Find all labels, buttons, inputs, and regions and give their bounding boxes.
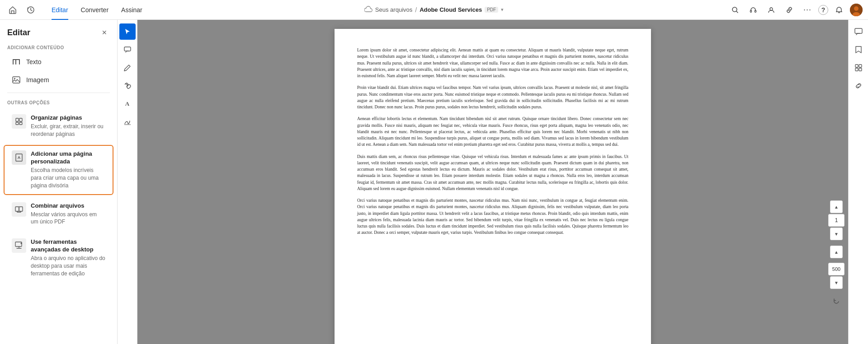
pdf-content: Lorem ipsum dolor sit amet, consectetur … — [357, 47, 628, 236]
nav-menu-converter[interactable]: Converter — [75, 0, 115, 20]
right-sidebar — [848, 20, 868, 344]
edit-tool-button[interactable] — [119, 60, 136, 76]
close-panel-button[interactable]: ✕ — [99, 27, 110, 38]
panel-divider — [7, 93, 110, 93]
page-down-button[interactable]: ▼ — [830, 228, 843, 240]
option-organize-title: Organizar páginas — [31, 114, 105, 122]
bookmarks-panel-button[interactable] — [850, 42, 867, 58]
option-organize-desc: Excluir, girar, extrair, inserir ou reor… — [31, 123, 105, 138]
svg-text:A: A — [18, 155, 21, 160]
option-add-custom-page[interactable]: A Adicionar uma página personalizada Esc… — [4, 145, 113, 195]
text-add-icon — [11, 56, 22, 67]
option-custom-page-desc: Escolha modelos incríveis para criar uma… — [31, 167, 105, 189]
dropdown-icon[interactable]: ▾ — [501, 7, 504, 13]
user-icon[interactable] — [764, 3, 778, 17]
option-combine-files[interactable]: Combinar arquivos Mesclar vários arquivo… — [4, 197, 113, 231]
option-combine-desc: Mesclar vários arquivos em um único PDF — [31, 211, 105, 226]
option-desktop-desc: Abra o arquivo no aplicativo do desktop … — [31, 255, 105, 277]
svg-rect-3 — [755, 10, 756, 12]
other-options-section-label: OUTRAS OPÇÕES — [0, 97, 117, 108]
zoom-up-button[interactable]: ▲ — [830, 246, 843, 258]
link-tool-button[interactable] — [119, 78, 136, 94]
panel-title: Editar — [7, 28, 30, 37]
option-custom-page-title: Adicionar uma página personalizada — [31, 150, 105, 166]
page-up-button[interactable]: ▲ — [830, 200, 843, 213]
add-text-item[interactable]: Texto — [4, 53, 113, 71]
svg-rect-27 — [855, 68, 858, 71]
pdf-paragraph-4: Duis mattis diam sem, ac rhoncus risus p… — [357, 153, 628, 192]
top-navbar: Editar Converter Assinar Seus arquivos /… — [0, 0, 868, 20]
add-image-label: Imagem — [26, 76, 49, 84]
breadcrumb-root[interactable]: Seus arquivos — [375, 6, 412, 13]
option-combine-title: Combinar arquivos — [31, 202, 105, 210]
avatar[interactable] — [850, 4, 863, 16]
select-tool-button[interactable] — [119, 23, 136, 40]
svg-rect-17 — [19, 122, 22, 125]
add-content-section-label: ADICIONAR CONTEÚDO — [0, 42, 117, 53]
svg-rect-20 — [15, 207, 19, 211]
zoom-value-display: 500 — [828, 263, 844, 275]
svg-rect-12 — [13, 77, 20, 83]
nav-menu-assinar[interactable]: Assinar — [115, 0, 149, 20]
left-panel: Editar ✕ ADICIONAR CONTEÚDO Texto — [0, 20, 118, 344]
link-icon[interactable] — [782, 3, 797, 17]
more-icon[interactable]: ··· — [800, 3, 815, 17]
svg-rect-28 — [859, 68, 862, 71]
svg-rect-10 — [13, 59, 14, 65]
signature-tool-button[interactable] — [119, 114, 136, 130]
pdf-badge: PDF — [485, 7, 498, 13]
pdf-page: Lorem ipsum dolor sit amet, consectetur … — [335, 29, 651, 344]
breadcrumb-separator: / — [415, 6, 417, 14]
pdf-paragraph-3: Aenean efficitur lobortis lectus et elem… — [357, 116, 628, 148]
file-title: Adobe Cloud Services — [420, 6, 482, 13]
svg-rect-16 — [16, 122, 19, 125]
add-text-label: Texto — [26, 58, 41, 65]
option-organize-text: Organizar páginas Excluir, girar, extrai… — [31, 114, 105, 138]
option-combine-text: Combinar arquivos Mesclar vários arquivo… — [31, 202, 105, 226]
comments-panel-button[interactable] — [850, 23, 867, 40]
refresh-button[interactable] — [830, 295, 843, 308]
page-number-display: 1 — [828, 214, 844, 227]
add-custom-page-icon: A — [12, 150, 26, 165]
nav-right-icons: ··· ? — [728, 3, 863, 17]
option-desktop-tools[interactable]: Use ferramentas avançadas de desktop Abr… — [4, 233, 113, 283]
page-controls: ▲ 1 ▼ ▲ 500 ▼ — [828, 200, 844, 308]
svg-rect-11 — [19, 59, 20, 65]
nav-menu-editar[interactable]: Editar — [45, 0, 75, 20]
pdf-paragraph-2: Proin vitae blandit dui. Etiam ultrices … — [357, 84, 628, 110]
home-icon[interactable] — [5, 3, 20, 17]
history-icon[interactable] — [24, 3, 38, 17]
pages-panel-button[interactable] — [850, 60, 867, 76]
toolbar-strip: A — [118, 20, 137, 344]
svg-rect-25 — [855, 65, 858, 67]
comment-tool-button[interactable] — [119, 42, 136, 58]
organize-pages-icon — [12, 114, 26, 129]
svg-rect-26 — [859, 65, 862, 67]
svg-rect-2 — [750, 10, 752, 12]
svg-rect-9 — [15, 59, 16, 65]
links-panel-button[interactable] — [850, 78, 867, 94]
svg-point-6 — [854, 6, 859, 11]
add-image-item[interactable]: Imagem — [4, 71, 113, 89]
pdf-paragraph-5: Orci varius natoque penatibus et magnis … — [357, 197, 628, 236]
panel-header: Editar ✕ — [0, 20, 117, 42]
search-icon[interactable] — [728, 3, 742, 17]
svg-rect-23 — [124, 47, 131, 51]
notification-icon[interactable] — [832, 3, 846, 17]
text-format-tool-button[interactable]: A — [119, 96, 136, 112]
image-add-icon — [11, 74, 22, 85]
option-organize-pages[interactable]: Organizar páginas Excluir, girar, extrai… — [4, 109, 113, 143]
svg-rect-21 — [19, 207, 23, 211]
combine-files-icon — [12, 202, 26, 217]
option-custom-page-text: Adicionar uma página personalizada Escol… — [31, 150, 105, 189]
svg-rect-24 — [855, 28, 862, 33]
document-area[interactable]: Lorem ipsum dolor sit amet, consectetur … — [137, 20, 848, 344]
svg-rect-14 — [16, 118, 19, 121]
headphones-icon[interactable] — [746, 3, 760, 17]
svg-rect-15 — [19, 118, 22, 121]
svg-point-13 — [14, 78, 15, 79]
help-icon[interactable]: ? — [818, 5, 828, 15]
zoom-down-button[interactable]: ▼ — [830, 276, 843, 289]
option-desktop-text: Use ferramentas avançadas de desktop Abr… — [31, 238, 105, 277]
pdf-paragraph-1: Lorem ipsum dolor sit amet, consectetur … — [357, 47, 628, 79]
